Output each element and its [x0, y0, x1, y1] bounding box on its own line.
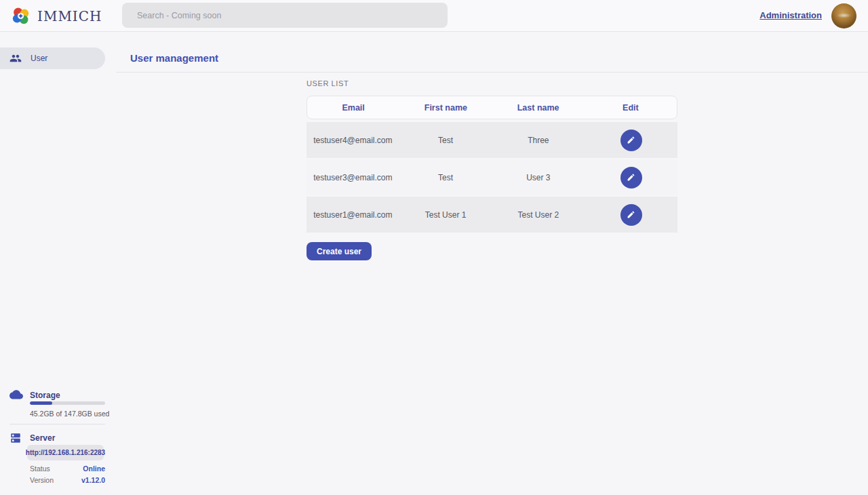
pencil-icon: [627, 173, 635, 182]
pencil-icon: [627, 210, 635, 219]
server-status-row: Status Online: [30, 464, 105, 473]
table-row: testuser1@email.com Test User 1 Test Use…: [307, 197, 677, 233]
cell-last-name: Three: [492, 136, 585, 145]
column-header-email: Email: [307, 103, 399, 113]
storage-progress-fill: [30, 401, 52, 405]
page-title: User management: [130, 52, 218, 64]
cell-first-name: Test: [399, 173, 492, 182]
cloud-storage-icon: [9, 389, 23, 399]
cell-last-name: User 3: [492, 173, 585, 182]
column-header-last-name: Last name: [492, 103, 585, 113]
users-group-icon: [9, 52, 22, 64]
edit-user-button[interactable]: [620, 204, 642, 226]
table-row: testuser4@email.com Test Three: [307, 122, 677, 158]
table-row: testuser3@email.com Test User 3: [307, 159, 677, 195]
storage-title: Storage: [30, 391, 60, 400]
status-value: Online: [83, 464, 105, 473]
server-icon: [9, 432, 22, 444]
app-name: IMMICH: [37, 8, 102, 24]
edit-user-button[interactable]: [620, 167, 642, 189]
status-label: Status: [30, 464, 50, 473]
column-header-first-name: First name: [399, 103, 492, 113]
search-input[interactable]: [122, 3, 448, 28]
user-table: Email First name Last name Edit testuser…: [307, 96, 677, 234]
version-label: Version: [30, 476, 54, 484]
title-divider: [116, 72, 868, 73]
create-user-button[interactable]: Create user: [307, 242, 372, 260]
sidebar-item-user-label: User: [31, 54, 47, 63]
edit-user-button[interactable]: [620, 130, 642, 151]
cell-first-name: Test User 1: [399, 210, 492, 220]
user-table-body: testuser4@email.com Test Three testuser3…: [307, 122, 677, 233]
sidebar-item-user[interactable]: User: [0, 47, 105, 69]
cell-email: testuser3@email.com: [307, 173, 399, 182]
cell-last-name: Test User 2: [492, 210, 585, 220]
server-title: Server: [30, 433, 55, 443]
user-avatar[interactable]: [831, 3, 856, 28]
storage-usage-text: 45.2GB of 147.8GB used: [30, 410, 109, 418]
server-version-row: Version v1.12.0: [30, 476, 105, 484]
pencil-icon: [627, 136, 635, 144]
cell-email: testuser4@email.com: [307, 136, 399, 145]
server-url-badge: http://192.168.1.216:2283: [27, 445, 104, 460]
footer-divider: [9, 424, 105, 424]
app-header: IMMICH Administration: [0, 0, 868, 32]
user-list-section-label: USER LIST: [307, 79, 349, 87]
user-table-header-row: Email First name Last name Edit: [307, 96, 677, 119]
cell-email: testuser1@email.com: [307, 210, 399, 220]
immich-flower-icon: [11, 6, 31, 26]
version-value: v1.12.0: [81, 476, 105, 484]
column-header-edit: Edit: [585, 103, 677, 113]
storage-progress-bar: [30, 401, 105, 405]
cell-first-name: Test: [399, 136, 492, 145]
administration-link[interactable]: Administration: [760, 10, 822, 20]
immich-logo[interactable]: IMMICH: [11, 5, 102, 28]
